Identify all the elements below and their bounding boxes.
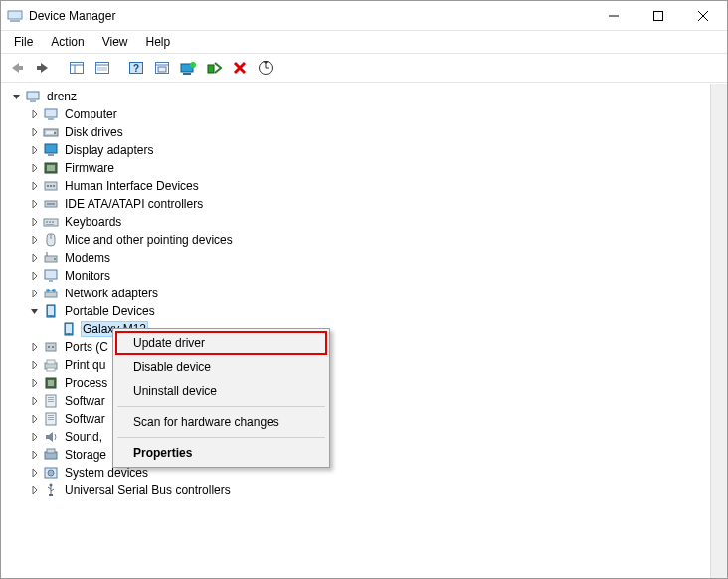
enable-device-button[interactable]	[202, 56, 226, 80]
svg-rect-48	[46, 224, 54, 225]
tree-node-label: System devices	[63, 466, 150, 480]
expand-icon[interactable]	[27, 375, 43, 391]
properties-button[interactable]	[91, 56, 114, 80]
context-menu-item[interactable]: Update driver	[115, 331, 327, 355]
tree-node-label: Ports (C	[63, 340, 110, 354]
device-tree[interactable]: drenzComputerDisk drivesDisplay adapters…	[1, 84, 710, 578]
expand-icon[interactable]	[27, 196, 43, 212]
system-icon	[43, 465, 59, 481]
expand-icon[interactable]	[27, 106, 43, 122]
context-menu-item[interactable]: Properties	[115, 441, 327, 465]
tree-node-label: Mice and other pointing devices	[63, 233, 235, 247]
vertical-scrollbar[interactable]	[710, 84, 727, 578]
action-menu-button[interactable]	[150, 56, 174, 80]
svg-rect-8	[71, 63, 84, 74]
collapse-icon[interactable]	[27, 303, 43, 319]
tree-node-label: Monitors	[63, 269, 112, 283]
help-button[interactable]: ?	[124, 56, 148, 80]
tree-node[interactable]: Softwar	[5, 392, 710, 410]
context-menu-separator	[117, 437, 325, 438]
expand-icon[interactable]	[27, 393, 43, 409]
expand-icon[interactable]	[27, 339, 43, 355]
tree-node-label: Display adapters	[63, 143, 155, 157]
tree-node-label: Disk drives	[63, 125, 125, 139]
titlebar: Device Manager	[1, 1, 727, 31]
tree-node[interactable]: Computer	[5, 105, 710, 123]
expand-icon[interactable]	[27, 160, 43, 176]
expand-icon[interactable]	[27, 250, 43, 266]
svg-rect-30	[48, 118, 54, 120]
expand-icon[interactable]	[27, 447, 43, 463]
maximize-button[interactable]	[636, 1, 680, 30]
menu-file[interactable]: File	[5, 33, 42, 51]
ports-icon	[43, 339, 59, 355]
tree-node-label: Universal Serial Bus controllers	[63, 483, 233, 497]
tree-node[interactable]: IDE ATA/ATAPI controllers	[5, 195, 710, 213]
tree-node[interactable]: Sound,	[5, 428, 710, 446]
tree-node[interactable]: drenz	[5, 88, 710, 105]
minimize-button[interactable]	[591, 1, 636, 30]
context-menu-item[interactable]: Disable device	[115, 355, 327, 379]
modem-icon	[43, 250, 59, 266]
expand-icon[interactable]	[27, 214, 43, 230]
expand-icon[interactable]	[27, 178, 43, 194]
tree-node[interactable]: Ports (C	[5, 338, 710, 356]
forward-button[interactable]	[31, 56, 55, 80]
svg-rect-32	[46, 131, 54, 134]
tree-node[interactable]: Universal Serial Bus controllers	[5, 482, 710, 499]
tree-node[interactable]: System devices	[5, 464, 710, 482]
expand-icon[interactable]	[27, 232, 43, 248]
tree-node[interactable]: Modems	[5, 249, 710, 267]
tree-node[interactable]: Process	[5, 374, 710, 392]
menu-view[interactable]: View	[93, 33, 137, 51]
tree-node[interactable]: Portable Devices	[5, 302, 710, 320]
tree-node[interactable]: Network adapters	[5, 285, 710, 302]
update-driver-button[interactable]	[176, 56, 200, 80]
expand-icon[interactable]	[27, 429, 43, 445]
menu-help[interactable]: Help	[137, 33, 180, 51]
context-menu-item[interactable]: Scan for hardware changes	[115, 410, 327, 434]
tree-node[interactable]: Storage	[5, 446, 710, 464]
scan-hardware-button[interactable]	[254, 56, 277, 80]
back-button[interactable]	[5, 56, 29, 80]
expand-icon[interactable]	[27, 357, 43, 373]
svg-rect-83	[49, 494, 53, 496]
tree-node[interactable]: Display adapters	[5, 141, 710, 159]
expand-icon[interactable]	[27, 482, 43, 498]
expand-icon[interactable]	[27, 465, 43, 481]
svg-point-41	[53, 185, 55, 187]
menu-action[interactable]: Action	[42, 33, 92, 51]
disk-icon	[43, 124, 59, 140]
uninstall-button[interactable]	[228, 56, 252, 80]
tree-node[interactable]: Keyboards	[5, 213, 710, 231]
tree-node[interactable]: Mice and other pointing devices	[5, 231, 710, 249]
toolbar: ?	[1, 53, 727, 83]
show-hide-tree-button[interactable]	[65, 56, 89, 80]
svg-rect-60	[66, 324, 72, 333]
tree-node[interactable]: Galaxy M12	[5, 320, 710, 338]
tree-node[interactable]: Monitors	[5, 267, 710, 285]
expand-icon[interactable]	[27, 286, 43, 301]
expand-icon[interactable]	[27, 268, 43, 284]
app-icon	[7, 8, 23, 24]
svg-rect-0	[8, 11, 22, 19]
ide-icon	[43, 196, 59, 212]
tree-node[interactable]: Print qu	[5, 356, 710, 374]
svg-point-33	[54, 132, 56, 134]
tree-node-label: Human Interface Devices	[63, 179, 201, 193]
tree-node[interactable]: Human Interface Devices	[5, 177, 710, 195]
tree-node[interactable]: Firmware	[5, 159, 710, 177]
svg-point-58	[50, 315, 51, 316]
hid-icon	[43, 178, 59, 194]
expand-icon[interactable]	[27, 411, 43, 427]
close-button[interactable]	[680, 1, 725, 30]
expand-icon[interactable]	[27, 142, 43, 158]
tree-node[interactable]: Softwar	[5, 410, 710, 428]
tree-node[interactable]: Disk drives	[5, 123, 710, 141]
svg-rect-53	[45, 292, 57, 297]
collapse-icon[interactable]	[9, 89, 25, 104]
svg-rect-21	[183, 73, 191, 75]
expand-icon[interactable]	[27, 124, 43, 140]
tree-node-label: Keyboards	[63, 215, 123, 229]
context-menu-item[interactable]: Uninstall device	[115, 379, 327, 403]
